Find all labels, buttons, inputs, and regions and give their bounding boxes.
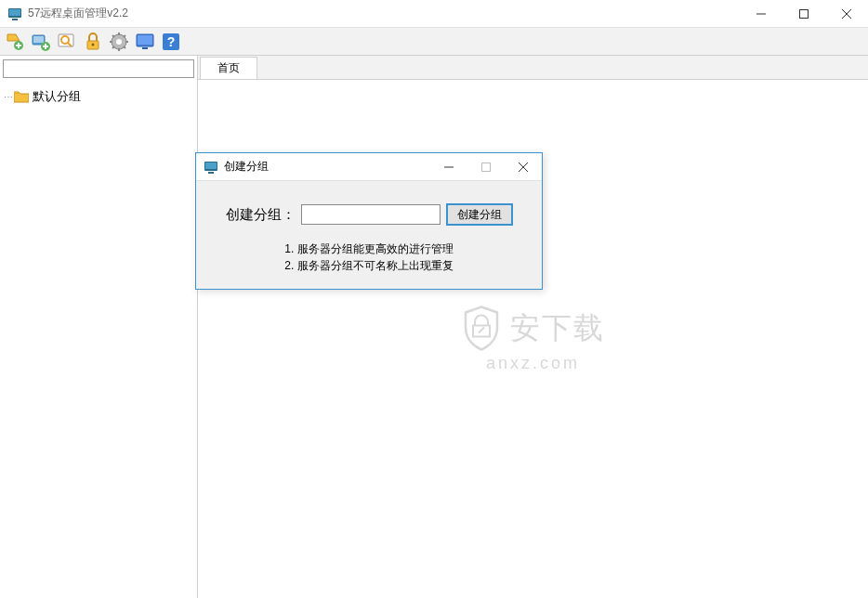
svg-rect-28 [142,47,148,49]
dialog-hints: 1. 服务器分组能更高效的进行管理 2. 服务器分组不可名称上出现重复 [215,240,523,274]
create-group-dialog: 创建分组 创建分组： 创建分组 1. 服务器分组能更高效的进行管理 2. 服务器… [195,152,543,290]
tree-connector: ⋯ [4,92,12,102]
app-icon [7,6,22,21]
watermark: 安下载 anxz.com [462,306,605,373]
create-group-button[interactable]: 创建分组 [446,203,513,226]
watermark-subtext: anxz.com [462,354,605,373]
minimize-button[interactable] [740,0,783,28]
dialog-body: 创建分组： 创建分组 1. 服务器分组能更高效的进行管理 2. 服务器分组不可名… [196,181,542,289]
search-button[interactable] [55,30,79,54]
svg-point-15 [92,43,95,46]
dialog-controls [430,154,542,180]
tab-home[interactable]: 首页 [200,57,257,79]
watermark-text: 安下载 [510,308,605,349]
svg-rect-9 [33,36,44,43]
tab-label: 首页 [217,60,240,76]
settings-button[interactable] [107,30,131,54]
add-host-button[interactable] [3,30,27,54]
svg-rect-35 [482,162,491,171]
tree-item-default-group[interactable]: ⋯ 默认分组 [4,86,193,107]
sidebar-search-input[interactable] [3,59,194,78]
dialog-close-button[interactable] [505,154,542,180]
maximize-button[interactable] [783,0,825,28]
window-title: 57远程桌面管理v2.2 [28,6,740,21]
hint-line-2: 2. 服务器分组不可名称上出现重复 [215,257,523,274]
group-name-label: 创建分组： [226,206,296,224]
svg-rect-32 [205,162,217,169]
svg-rect-2 [12,19,18,20]
sidebar: ⋯ 默认分组 [0,56,198,598]
tab-bar: 首页 [198,56,868,80]
tree-item-label: 默认分组 [33,88,81,105]
svg-rect-1 [9,9,20,16]
content-area: 首页 安下载 anxz.com [198,56,868,598]
group-name-input[interactable] [301,204,441,225]
lock-button[interactable] [81,30,105,54]
toolbar: ? [0,28,868,56]
window-controls [740,0,868,28]
close-button[interactable] [825,0,868,28]
help-button[interactable]: ? [159,30,183,54]
monitor-button[interactable] [133,30,157,54]
svg-line-25 [124,35,125,37]
dialog-titlebar: 创建分组 [196,153,542,181]
main-area: ⋯ 默认分组 首页 安下载 anxz.com [0,56,868,598]
form-row: 创建分组： 创建分组 [215,203,523,226]
svg-rect-33 [208,172,214,174]
dialog-icon [204,160,218,175]
svg-line-24 [112,46,114,48]
svg-line-22 [112,35,114,37]
dialog-title: 创建分组 [224,159,430,175]
add-group-button[interactable] [29,30,53,54]
svg-text:?: ? [167,34,176,49]
main-titlebar: 57远程桌面管理v2.2 [0,0,868,28]
svg-rect-27 [138,35,152,45]
shield-icon [462,306,501,352]
folder-icon [14,90,29,103]
dialog-maximize-button [467,154,505,180]
svg-rect-4 [800,9,809,18]
hint-line-1: 1. 服务器分组能更高效的进行管理 [215,240,523,257]
group-tree: ⋯ 默认分组 [0,81,197,598]
svg-point-17 [116,39,122,45]
dialog-minimize-button[interactable] [430,154,467,180]
svg-line-23 [124,46,125,48]
